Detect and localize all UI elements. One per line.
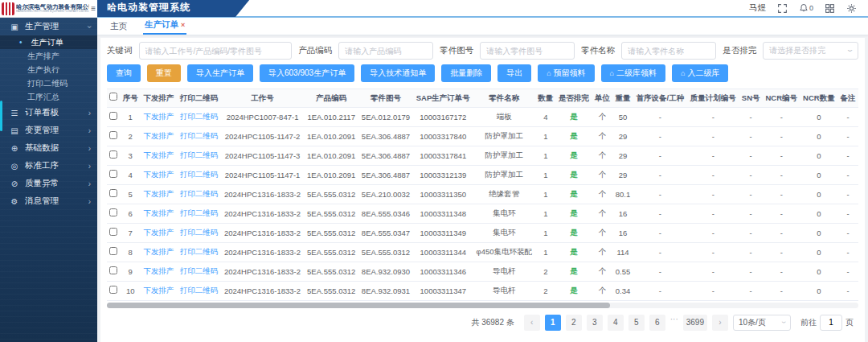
import-order-button[interactable]: 导入生产订单 [187, 64, 253, 82]
apps-grid-icon[interactable] [825, 3, 835, 14]
horizontal-scrollbar[interactable] [107, 303, 858, 308]
row-checkbox[interactable] [109, 208, 117, 216]
row-checkbox[interactable] [109, 170, 117, 178]
send-schedule-link[interactable]: 下发排产 [141, 165, 177, 184]
row-checkbox[interactable] [109, 228, 117, 236]
kanban-icon: ☰ [10, 109, 19, 117]
row-checkbox[interactable] [109, 150, 117, 159]
chevron-icon: › [88, 197, 91, 206]
horizontal-scrollbar-thumb[interactable] [107, 303, 610, 308]
page-ellipsis[interactable]: ··· [670, 315, 678, 331]
send-schedule-link[interactable]: 下发排产 [141, 204, 177, 223]
sidebar-subitem-生产执行[interactable]: 生产执行 [0, 63, 97, 76]
sidebar-item-基础数据[interactable]: ⊕基础数据› [0, 139, 97, 157]
scheduled-select[interactable]: 请选择是否排完 › [763, 42, 858, 60]
total-count: 共 36982 条 [471, 317, 514, 328]
sidebar-item-标准工序[interactable]: ◎标准工序› [0, 157, 97, 175]
reserve-pick-button[interactable]: ⌂预留领料 [538, 64, 594, 82]
row-checkbox[interactable] [109, 189, 117, 197]
top-header: 哈电动装管理系统 马煜 0 [97, 0, 868, 18]
query-button[interactable]: 查询 [107, 64, 141, 82]
send-schedule-link[interactable]: 下发排产 [141, 262, 177, 281]
send-schedule-link[interactable]: 下发排产 [141, 242, 177, 262]
cell-plan-no: - [687, 262, 739, 281]
print-qrcode-link[interactable]: 打印二维码 [177, 223, 221, 242]
cell-part-name: 防护罩加工 [473, 126, 535, 146]
product-code-input[interactable] [338, 42, 433, 60]
page-button-3[interactable]: 3 [587, 315, 603, 331]
current-user[interactable]: 马煜 [749, 2, 766, 14]
print-qrcode-link[interactable]: 打印二维码 [177, 262, 221, 281]
row-checkbox[interactable] [109, 247, 117, 255]
cell-sn: - [739, 262, 763, 281]
cell-sn: - [739, 281, 763, 300]
export-button[interactable]: 导出 [497, 64, 531, 82]
sidebar-item-订单看板[interactable]: ☰订单看板› [0, 104, 97, 122]
print-qrcode-link[interactable]: 打印二维码 [177, 184, 221, 204]
select-all-checkbox[interactable] [109, 93, 117, 101]
fullscreen-icon[interactable] [777, 3, 788, 14]
lvl2-pick-button[interactable]: ⌂二级库领料 [601, 64, 665, 82]
send-schedule-link[interactable]: 下发排产 [141, 223, 177, 242]
print-qrcode-link[interactable]: 打印二维码 [177, 126, 221, 146]
send-schedule-link[interactable]: 下发排产 [141, 184, 177, 204]
orders-table: 序号下发排产打印二维码工作号产品编码零件图号SAP生产订单号零件名称数量是否排完… [107, 89, 858, 301]
prev-page-button[interactable]: ‹ [524, 315, 540, 331]
page-button-3699[interactable]: 3699 [683, 315, 707, 331]
cell-work-no: 2024HPC1105-1147-1 [221, 165, 304, 184]
cell-ncr-qty: 0 [800, 262, 838, 281]
cell-product-code: 5EA.555.0312 [304, 223, 358, 242]
row-checkbox[interactable] [109, 266, 117, 274]
send-schedule-link[interactable]: 下发排产 [141, 281, 177, 300]
sidebar-subitem-生产排产[interactable]: 生产排产 [0, 49, 97, 63]
page-button-1[interactable]: 1 [545, 315, 561, 331]
send-schedule-link[interactable]: 下发排产 [141, 146, 177, 165]
column-header: 下发排产 [141, 89, 177, 108]
tab-生产订单[interactable]: 生产订单× [143, 18, 186, 35]
print-qrcode-link[interactable]: 打印二维码 [177, 146, 221, 165]
page-button-2[interactable]: 2 [566, 315, 582, 331]
page-button-5[interactable]: 5 [628, 315, 645, 331]
part-name-input[interactable] [621, 42, 716, 60]
print-qrcode-link[interactable]: 打印二维码 [177, 242, 221, 262]
print-qrcode-link[interactable]: 打印二维码 [177, 204, 221, 223]
row-checkbox[interactable] [109, 112, 117, 120]
settings-gear-icon[interactable] [846, 3, 857, 14]
cell-ncr-qty: 0 [800, 107, 838, 126]
sidebar-subitem-工序汇总[interactable]: 工序汇总 [0, 90, 97, 104]
print-qrcode-link[interactable]: 打印二维码 [177, 107, 221, 126]
part-no-input[interactable] [480, 42, 575, 60]
next-page-button[interactable]: › [712, 315, 728, 331]
send-schedule-link[interactable]: 下发排产 [141, 107, 177, 126]
chevron-down-icon: › [845, 50, 857, 52]
cell-qty: 2 [535, 262, 556, 281]
keyword-input[interactable] [139, 42, 293, 60]
sidebar-item-生产管理[interactable]: ▣生产管理› [0, 18, 97, 35]
sidebar-subitem-打印二维码[interactable]: 打印二维码 [0, 76, 97, 90]
sidebar-collapse-icon[interactable]: ≡ [91, 4, 96, 13]
import-603-button[interactable]: 导入603/903生产订单 [260, 64, 354, 82]
batch-delete-button[interactable]: 批量删除 [441, 64, 491, 82]
sidebar-item-消息管理[interactable]: ⚙消息管理› [0, 192, 97, 210]
notification-bell-icon[interactable]: 0 [799, 3, 813, 13]
close-tab-icon[interactable]: × [181, 21, 185, 29]
row-checkbox[interactable] [109, 131, 117, 139]
page-size-select[interactable]: 10条/页 › [733, 315, 791, 331]
sidebar-subitem-生产订单[interactable]: 生产订单 [0, 35, 97, 49]
sidebar-scrollbar-thumb[interactable] [0, 101, 2, 131]
sidebar-item-质量异常[interactable]: ⊘质量异常› [0, 175, 97, 192]
page-button-4[interactable]: 4 [608, 315, 624, 331]
send-schedule-link[interactable]: 下发排产 [141, 126, 177, 146]
print-qrcode-link[interactable]: 打印二维码 [177, 281, 221, 300]
page-button-6[interactable]: 6 [649, 315, 665, 331]
tab-主页[interactable]: 主页 [108, 19, 129, 35]
sidebar-item-变更管理[interactable]: ▤变更管理› [0, 122, 97, 139]
row-checkbox[interactable] [109, 286, 117, 294]
goto-page-input[interactable] [820, 315, 842, 331]
print-qrcode-link[interactable]: 打印二维码 [177, 165, 221, 184]
lvl2-in-button[interactable]: ⌂入二级库 [672, 64, 728, 82]
reset-button[interactable]: 重置 [147, 64, 181, 82]
cell-qty: 1 [535, 165, 556, 184]
import-notice-button[interactable]: 导入技术通知单 [361, 64, 435, 82]
cell-remark: - [837, 204, 858, 223]
